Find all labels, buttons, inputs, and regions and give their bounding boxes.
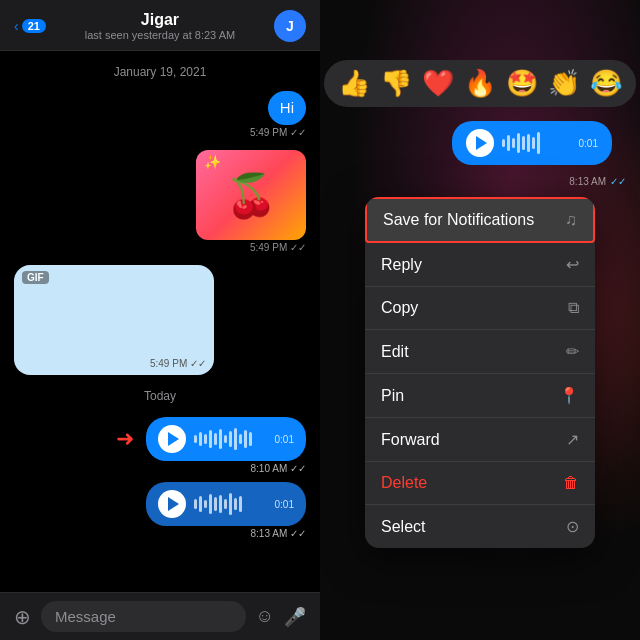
waveform-bar [234,428,237,450]
sticker-emoji: 🍒 [225,171,277,220]
waveform-bar [507,135,510,151]
context-panel: 👍 👎 ❤️ 🔥 🤩 👏 😂 [320,0,640,640]
audio-bubble-2[interactable]: 0:01 [146,482,306,526]
menu-item-forward[interactable]: Forward ↗ [365,418,595,462]
message-time: 5:49 PM ✓✓ [250,127,306,138]
play-button-2[interactable] [158,490,186,518]
waveform-bar [249,432,252,446]
reply-icon: ↩ [566,255,579,274]
waveform-bar [517,133,520,153]
gif-row: GIF 5:49 PM ✓✓ [14,265,306,375]
waveform-bar [522,136,525,150]
waveform-bar [219,495,222,513]
menu-label-reply: Reply [381,256,422,274]
gif-label: GIF [22,271,49,284]
avatar[interactable]: J [274,10,306,42]
menu-item-save-notifications[interactable]: Save for Notifications ♫ [365,197,595,243]
back-chevron-icon: ‹ [14,18,19,34]
date-label: January 19, 2021 [14,65,306,79]
waveform-2 [194,493,267,515]
message-row: Hi 5:49 PM ✓✓ [14,91,306,138]
sticker-row: ✨ 🍒 5:49 PM ✓✓ [14,150,306,253]
menu-label-delete: Delete [381,474,427,492]
waveform-bar [239,434,242,444]
audio-row-1: ➜ [14,417,306,474]
preview-time-label: 8:13 AM [569,176,606,187]
waveform-bar [512,138,515,148]
waveform [194,428,267,450]
waveform-bar [194,435,197,443]
message-input[interactable]: Message [41,601,246,632]
reaction-clap[interactable]: 👏 [548,68,580,99]
save-notifications-icon: ♫ [565,211,577,229]
menu-label-pin: Pin [381,387,404,405]
waveform-bar [219,429,222,449]
play-icon [168,432,179,446]
waveform-bar [199,432,202,446]
play-icon-2 [168,497,179,511]
sticker-image: ✨ 🍒 [196,150,306,240]
waveform-bar [537,132,540,154]
audio-duration-2: 0:01 [275,499,294,510]
menu-item-delete[interactable]: Delete 🗑 [365,462,595,505]
sparkle-icon: ✨ [204,154,221,170]
unread-badge: 21 [22,19,46,33]
menu-item-copy[interactable]: Copy ⧉ [365,287,595,330]
context-menu: Save for Notifications ♫ Reply ↩ Copy ⧉ … [365,197,595,548]
forward-icon: ↗ [566,430,579,449]
reaction-thumbsdown[interactable]: 👎 [380,68,412,99]
waveform-bar [214,497,217,511]
gif-bubble[interactable]: GIF 5:49 PM ✓✓ [14,265,214,375]
menu-label-save-notifications: Save for Notifications [383,211,534,229]
menu-label-edit: Edit [381,343,409,361]
input-bar: ⊕ Message ☺ 🎤 [0,592,320,640]
copy-icon: ⧉ [568,299,579,317]
header-center: Jigar last seen yesterday at 8:23 AM [85,11,235,41]
select-icon: ⊙ [566,517,579,536]
gif-time: 5:49 PM ✓✓ [150,358,206,369]
pin-icon: 📍 [559,386,579,405]
preview-play-button[interactable] [466,129,494,157]
menu-item-edit[interactable]: Edit ✏ [365,330,595,374]
preview-duration: 0:01 [579,138,598,149]
message-bubble[interactable]: Hi [268,91,306,125]
preview-play-icon [476,136,487,150]
menu-item-reply[interactable]: Reply ↩ [365,243,595,287]
back-button[interactable]: ‹ 21 [14,18,46,34]
emoji-icon[interactable]: ☺ [256,606,274,627]
waveform-bar [204,500,207,508]
audio-time-2: 8:13 AM ✓✓ [251,528,306,539]
audio-duration: 0:01 [275,434,294,445]
mic-icon[interactable]: 🎤 [284,606,306,628]
chat-panel: ‹ 21 Jigar last seen yesterday at 8:23 A… [0,0,320,640]
waveform-bar [502,139,505,147]
waveform-bar [209,430,212,448]
waveform-bar [229,493,232,515]
today-label: Today [14,389,306,403]
audio-bubble-1[interactable]: 0:01 [146,417,306,461]
menu-item-select[interactable]: Select ⊙ [365,505,595,548]
sticker-time: 5:49 PM ✓✓ [250,242,306,253]
reaction-fire[interactable]: 🔥 [464,68,496,99]
menu-label-select: Select [381,518,425,536]
reaction-thumbsup[interactable]: 👍 [338,68,370,99]
reaction-laugh[interactable]: 😂 [590,68,622,99]
waveform-bar [224,499,227,509]
chat-header: ‹ 21 Jigar last seen yesterday at 8:23 A… [0,0,320,51]
contact-name: Jigar [85,11,235,29]
audio-message-preview[interactable]: 0:01 [452,121,612,165]
delete-icon: 🗑 [563,474,579,492]
audio-time: 8:10 AM ✓✓ [251,463,306,474]
waveform-bar [224,435,227,443]
waveform-bar [239,496,242,512]
attach-icon[interactable]: ⊕ [14,605,31,629]
waveform-bar [527,134,530,152]
menu-item-pin[interactable]: Pin 📍 [365,374,595,418]
menu-label-forward: Forward [381,431,440,449]
waveform-bar [209,494,212,514]
waveform-bar [244,430,247,448]
arrow-icon: ➜ [116,426,134,452]
reaction-heart[interactable]: ❤️ [422,68,454,99]
reaction-starstruck[interactable]: 🤩 [506,68,538,99]
play-button[interactable] [158,425,186,453]
